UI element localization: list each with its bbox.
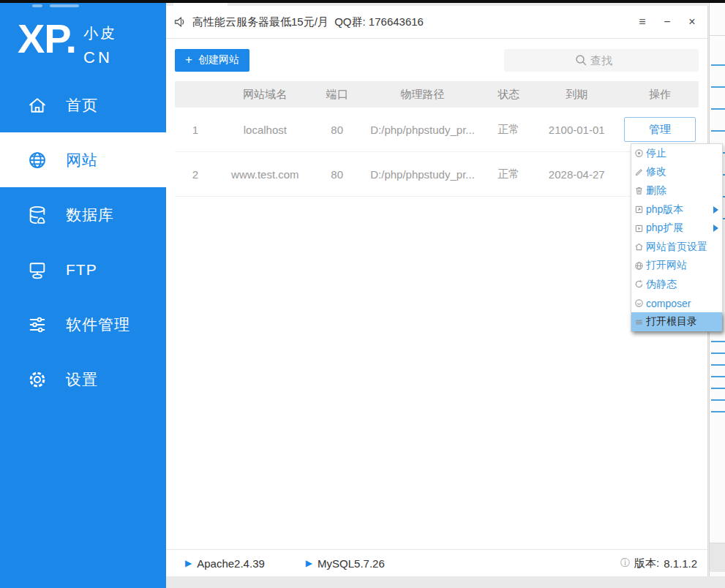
open-root-icon (634, 317, 645, 327)
toolbar: + 创建网站 (166, 39, 707, 81)
sidebar-item-label: 设置 (66, 369, 98, 390)
sidebar-item-label: 数据库 (66, 205, 114, 225)
background-bottom-strip (166, 576, 725, 588)
background-block (710, 543, 725, 572)
rewrite-icon (634, 279, 645, 290)
service-mysql[interactable]: ▶ MySQL5.7.26 (306, 557, 385, 570)
sidebar-item-label: 软件管理 (66, 314, 130, 335)
create-website-button[interactable]: + 创建网站 (175, 49, 249, 72)
row-action-menu: 停止 修改 删除 php版本 (631, 143, 723, 332)
sidebar-nav: 首页 网站 数据库 (0, 78, 166, 407)
menu-item-open-site[interactable]: 打开网站 (631, 257, 722, 276)
logo-subtitle: 小皮 (83, 23, 117, 43)
table-header-row: 网站域名 端口 物理路径 状态 到期 操作 (175, 81, 699, 108)
background-lines (711, 331, 725, 412)
close-icon[interactable]: × (685, 15, 699, 29)
sidebar-item-website[interactable]: 网站 (0, 132, 166, 187)
menu-item-label: 伪静态 (646, 278, 677, 291)
composer-icon (634, 298, 645, 309)
window-menu-icon[interactable]: ≡ (636, 15, 649, 29)
header-expire: 到期 (532, 88, 621, 102)
ftp-icon (26, 259, 48, 281)
status-bar: ▶ Apache2.4.39 ▶ MySQL5.7.26 ⓘ 版本: 8.1.1… (166, 549, 707, 576)
version-area: ⓘ 版本: 8.1.1.2 (620, 557, 697, 570)
brand-logo: XP. 小皮 CN (0, 3, 166, 67)
menu-item-open-root-dir[interactable]: 打开根目录 (631, 312, 722, 331)
sidebar-item-home[interactable]: 首页 (0, 78, 166, 132)
menu-item-edit[interactable]: 修改 (631, 163, 722, 182)
logo-text: XP. (18, 19, 76, 58)
minimize-icon[interactable]: − (661, 15, 674, 29)
row-index: 2 (175, 168, 216, 181)
menu-item-label: php版本 (646, 203, 683, 216)
menu-item-label: 停止 (646, 147, 666, 160)
play-icon: ▶ (306, 558, 312, 568)
info-icon: ⓘ (620, 557, 630, 570)
stop-icon (634, 148, 645, 159)
sidebar-item-software[interactable]: 软件管理 (0, 297, 166, 352)
create-website-label: 创建网站 (198, 53, 239, 67)
row-expire: 2100-01-01 (532, 124, 621, 136)
sidebar-item-label: 首页 (66, 95, 98, 116)
menu-item-label: 修改 (646, 165, 666, 178)
header-status: 状态 (485, 88, 532, 102)
sidebar-item-label: FTP (66, 261, 97, 279)
search-box[interactable] (504, 49, 699, 72)
menu-item-label: 网站首页设置 (646, 241, 707, 254)
home-icon (26, 94, 48, 116)
manage-button[interactable]: 管理 (624, 117, 696, 142)
row-path: D:/php/phpstudy_pr... (360, 124, 486, 136)
row-port: 80 (315, 124, 360, 136)
titlebar: 高性能云服务器最低15元/月 QQ群: 176643616 ≡ − × (166, 6, 707, 39)
menu-item-label: 删除 (646, 184, 666, 197)
menu-item-homepage-settings[interactable]: 网站首页设置 (631, 238, 722, 257)
sidebar-item-settings[interactable]: 设置 (0, 352, 166, 407)
sidebar-item-database[interactable]: 数据库 (0, 187, 166, 242)
background-divider (710, 35, 725, 36)
service-name: MySQL5.7.26 (318, 557, 385, 570)
menu-item-delete[interactable]: 删除 (631, 181, 722, 200)
table-row: 1 localhost 80 D:/php/phpstudy_pr... 正常 … (175, 108, 699, 152)
menu-item-label: php扩展 (646, 222, 683, 235)
php-extension-icon (634, 223, 645, 233)
announcement-text[interactable]: 高性能云服务器最低15元/月 QQ群: 176643616 (192, 15, 424, 29)
artifact-dash (50, 4, 79, 7)
menu-item-stop[interactable]: 停止 (631, 144, 722, 163)
homepage-icon (634, 242, 645, 252)
submenu-arrow-icon (713, 225, 718, 232)
sidebar-item-label: 网站 (66, 150, 98, 170)
menu-item-rewrite[interactable]: 伪静态 (631, 275, 722, 294)
row-port: 80 (315, 168, 360, 181)
website-table: 网站域名 端口 物理路径 状态 到期 操作 1 localhost 80 D:/… (175, 81, 699, 549)
menu-item-label: 打开根目录 (646, 315, 697, 328)
service-apache[interactable]: ▶ Apache2.4.39 (185, 557, 265, 570)
header-path: 物理路径 (360, 88, 486, 102)
edit-icon (634, 167, 645, 177)
menu-item-composer[interactable]: composer (631, 294, 722, 313)
menu-item-label: composer (646, 298, 691, 309)
gear-icon (26, 369, 48, 391)
globe-icon (26, 149, 48, 171)
menu-item-php-version[interactable]: php版本 (631, 200, 722, 219)
speaker-icon (173, 15, 187, 29)
row-status: 正常 (485, 123, 532, 137)
search-input[interactable] (504, 49, 699, 72)
open-site-icon (634, 260, 645, 271)
row-expire: 2028-04-27 (532, 168, 621, 181)
play-icon: ▶ (185, 558, 192, 568)
delete-icon (634, 186, 645, 196)
php-version-icon (634, 205, 645, 215)
menu-item-php-extension[interactable]: php扩展 (631, 219, 722, 238)
header-port: 端口 (315, 88, 360, 102)
main-window: 高性能云服务器最低15元/月 QQ群: 176643616 ≡ − × + 创建… (166, 6, 708, 576)
database-icon (26, 204, 48, 226)
row-index: 1 (175, 124, 216, 136)
row-status: 正常 (485, 167, 532, 181)
header-action: 操作 (621, 88, 699, 102)
sidebar: XP. 小皮 CN 首页 网站 (0, 3, 166, 588)
submenu-arrow-icon (713, 206, 718, 214)
plus-icon: + (185, 53, 192, 67)
sidebar-item-ftp[interactable]: FTP (0, 242, 166, 297)
version-label: 版本: (634, 557, 659, 570)
table-row: 2 www.test.com 80 D:/php/phpstudy_pr... … (175, 152, 699, 197)
